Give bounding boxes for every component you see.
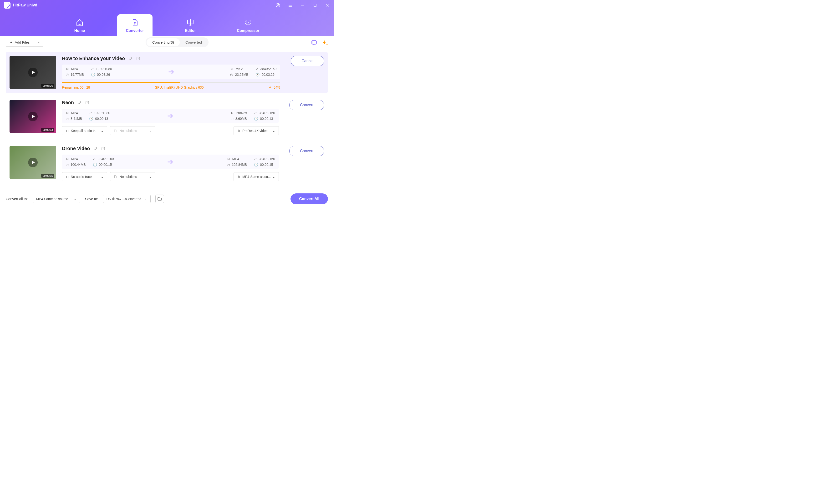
chevron-down-icon: ⌄ bbox=[101, 175, 104, 179]
convert-all-button[interactable]: Convert All bbox=[290, 193, 328, 204]
converter-icon bbox=[131, 18, 139, 27]
hardware-accel-icon[interactable]: on bbox=[311, 39, 317, 46]
svg-text:on: on bbox=[313, 43, 315, 45]
src-dur: 00:00:13 bbox=[95, 117, 108, 121]
resolution-icon: ⤢ bbox=[254, 157, 257, 161]
sub-tab-converting[interactable]: Converting(3) bbox=[146, 38, 180, 46]
file-icon: 🗎 bbox=[237, 129, 240, 133]
size-icon: ◷ bbox=[227, 163, 230, 166]
info-icon[interactable] bbox=[85, 101, 89, 105]
file-list: 00:03:26 How to Enhance your Video 🗎MP4 … bbox=[0, 49, 333, 192]
convert-all-value: MP4-Same as source bbox=[36, 197, 68, 201]
output-format-dropdown[interactable]: 🗎MP4-Same as so... ⌄ bbox=[233, 172, 279, 181]
svg-point-1 bbox=[277, 4, 278, 5]
save-to-dropdown[interactable]: D:\HitPaw ...\Converted ⌄ bbox=[103, 195, 151, 203]
audio-track-dropdown[interactable]: ⫾⫾Keep all audio tr... ⌄ bbox=[62, 126, 107, 135]
home-icon bbox=[75, 18, 84, 27]
file-icon: 🗎 bbox=[231, 111, 234, 115]
arrow-icon: ➜ bbox=[168, 67, 174, 76]
sub-tab-converted[interactable]: Converted bbox=[180, 38, 207, 46]
dst-size: 23.27MB bbox=[235, 73, 248, 76]
out-value: ProRes-4K video bbox=[242, 129, 268, 133]
app-logo-icon bbox=[4, 2, 10, 9]
progress-pct: 54% bbox=[273, 86, 280, 89]
src-size: 100.44MB bbox=[71, 163, 86, 166]
dst-size: 8.60MB bbox=[235, 117, 247, 121]
file-title: How to Enhance your Video bbox=[62, 56, 125, 61]
add-files-dropdown[interactable] bbox=[34, 38, 43, 46]
save-to-value: D:\HitPaw ...\Converted bbox=[106, 197, 141, 201]
info-icon[interactable] bbox=[101, 147, 105, 151]
src-format: MP4 bbox=[71, 111, 78, 115]
dst-dur: 00:03:26 bbox=[261, 73, 274, 76]
nav-tab-label: Home bbox=[74, 29, 85, 33]
nav-tab-editor[interactable]: Editor bbox=[176, 14, 204, 36]
file-title: Drone Video bbox=[62, 146, 90, 151]
lightning-icon[interactable]: on bbox=[321, 39, 328, 46]
open-folder-button[interactable] bbox=[155, 195, 164, 203]
chevron-down-icon: ⌄ bbox=[74, 197, 77, 201]
window-controls bbox=[275, 3, 330, 8]
rename-icon[interactable] bbox=[94, 147, 97, 151]
play-icon bbox=[28, 158, 38, 167]
nav-tab-label: Editor bbox=[185, 29, 196, 33]
maximize-button[interactable] bbox=[313, 3, 317, 8]
sub-tabs: Converting(3) Converted bbox=[146, 37, 208, 47]
bottom-bar: Convert all to: MP4-Same as source ⌄ Sav… bbox=[0, 191, 333, 206]
add-files-group: + Add Files bbox=[6, 38, 43, 46]
video-thumbnail[interactable]: 00:00:15 bbox=[10, 146, 56, 179]
nav-tab-compressor[interactable]: Compressor bbox=[228, 14, 268, 36]
file-item: 00:03:26 How to Enhance your Video 🗎MP4 … bbox=[6, 52, 328, 93]
src-format: MP4 bbox=[71, 67, 78, 71]
minimize-button[interactable] bbox=[300, 3, 305, 8]
nav-tabs: Home Converter Editor Compressor bbox=[0, 10, 333, 36]
chevron-down-icon: ⌄ bbox=[272, 175, 275, 179]
resolution-icon: ⤢ bbox=[89, 111, 92, 115]
account-icon[interactable] bbox=[275, 3, 280, 8]
save-to-label: Save to: bbox=[85, 197, 98, 201]
src-size: 8.41MB bbox=[71, 117, 82, 121]
subtitle-dropdown[interactable]: TᴛNo subtitles ⌄ bbox=[110, 172, 155, 181]
convert-all-to-label: Convert all to: bbox=[6, 197, 28, 201]
file-icon: 🗎 bbox=[227, 157, 230, 161]
rename-icon[interactable] bbox=[78, 101, 81, 105]
convert-button[interactable]: Convert bbox=[289, 146, 324, 156]
resolution-icon: ⤢ bbox=[254, 111, 257, 115]
progress-gpu: GPU: Intel(R) UHD Graphics 630 bbox=[155, 86, 203, 89]
plus-icon: + bbox=[10, 40, 12, 44]
cancel-button[interactable]: Cancel bbox=[291, 56, 324, 66]
convert-button[interactable]: Convert bbox=[289, 100, 324, 110]
dst-dur: 00:00:13 bbox=[260, 117, 273, 121]
bolt-icon bbox=[268, 86, 272, 89]
convert-all-format-dropdown[interactable]: MP4-Same as source ⌄ bbox=[33, 195, 80, 203]
add-files-button[interactable]: + Add Files bbox=[6, 38, 34, 46]
file-icon: 🗎 bbox=[237, 175, 240, 179]
output-format-dropdown[interactable]: 🗎ProRes-4K video ⌄ bbox=[233, 126, 279, 135]
dst-res: 3840*2160 bbox=[260, 67, 276, 71]
arrow-icon: ➜ bbox=[167, 157, 173, 166]
rename-icon[interactable] bbox=[129, 57, 132, 60]
dst-size: 102.84MB bbox=[232, 163, 247, 166]
subtitle-dropdown[interactable]: TᴛNo subtitles ⌄ bbox=[110, 126, 155, 135]
info-icon[interactable] bbox=[136, 57, 140, 60]
title-bar: HitPaw Univd Home bbox=[0, 0, 333, 36]
subtitle-icon: Tᴛ bbox=[114, 175, 118, 179]
audio-icon: ⫾⫾ bbox=[66, 129, 69, 133]
play-icon bbox=[28, 68, 38, 77]
chevron-down-icon: ⌄ bbox=[272, 129, 275, 133]
nav-tab-converter[interactable]: Converter bbox=[117, 14, 152, 36]
close-button[interactable] bbox=[325, 3, 330, 8]
menu-icon[interactable] bbox=[288, 3, 293, 8]
nav-tab-home[interactable]: Home bbox=[66, 14, 93, 36]
size-icon: ◷ bbox=[230, 73, 233, 76]
audio-track-dropdown[interactable]: ⫾⫾No audio track ⌄ bbox=[62, 172, 107, 181]
video-thumbnail[interactable]: 00:03:26 bbox=[10, 56, 56, 89]
file-icon: 🗎 bbox=[66, 67, 69, 71]
resolution-icon: ⤢ bbox=[91, 67, 94, 71]
size-icon: ◷ bbox=[66, 73, 69, 76]
chevron-down-icon: ⌄ bbox=[149, 175, 152, 179]
src-dur: 00:00:15 bbox=[99, 163, 112, 166]
dst-dur: 00:00:15 bbox=[260, 163, 273, 166]
video-thumbnail[interactable]: 00:00:13 bbox=[10, 100, 56, 133]
size-icon: ◷ bbox=[231, 117, 233, 121]
